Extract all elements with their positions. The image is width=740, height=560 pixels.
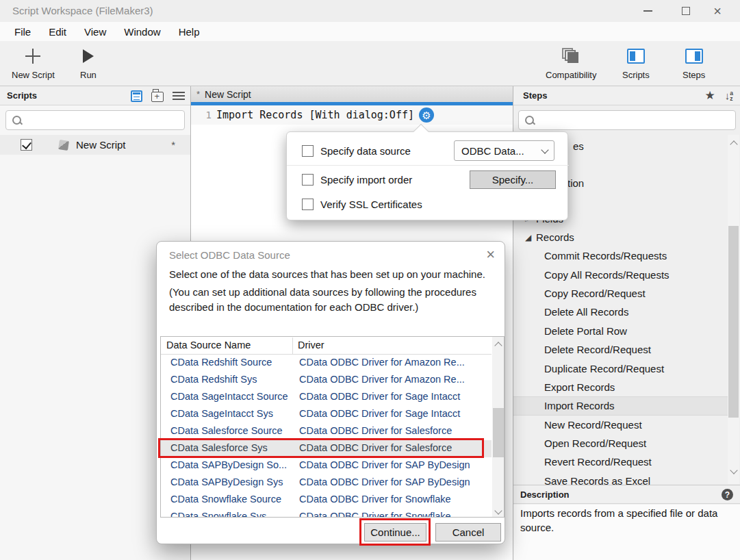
table-header: Data Source Name Driver <box>161 337 492 355</box>
step-item[interactable]: Revert Record/Request <box>513 453 728 471</box>
chevron-down-icon <box>541 146 548 153</box>
gear-icon[interactable]: ⚙ <box>419 107 434 123</box>
menu-item-window[interactable]: Window <box>115 22 169 41</box>
scroll-down-icon[interactable] <box>728 465 739 474</box>
specify-import-order-checkbox[interactable] <box>302 174 314 186</box>
driver-name: CData ODBC Driver for SAP ByDesign <box>299 476 470 487</box>
tab-modified-star: * <box>196 89 200 99</box>
data-source-row[interactable]: CData SageIntacct SourceCData ODBC Drive… <box>161 389 492 406</box>
script-step-line[interactable]: 1 Import Records [With dialog:Off] ⚙ <box>191 105 513 125</box>
step-item[interactable]: New Record/Request <box>513 416 728 434</box>
data-source-row[interactable]: CData Snowflake SysCData ODBC Driver for… <box>161 509 492 518</box>
dialog-close-icon[interactable]: × <box>486 246 495 264</box>
table-scrollbar[interactable] <box>492 337 505 517</box>
data-source-name: CData Redshift Sys <box>170 374 257 385</box>
scripts-pane-toggle[interactable]: Scripts <box>622 47 650 80</box>
step-item[interactable]: Save Records as Excel <box>513 472 728 485</box>
step-options-popup: Specify data source ODBC Data... Specify… <box>286 131 568 220</box>
column-data-source-name[interactable]: Data Source Name <box>166 340 251 351</box>
editor-tab[interactable]: * New Script <box>191 86 513 102</box>
step-item[interactable]: Commit Records/Requests <box>513 246 728 265</box>
steps-pane-toggle[interactable]: Steps <box>682 47 705 80</box>
tree-category-records[interactable]: ◢ Records <box>513 228 728 246</box>
modified-star: * <box>171 139 175 151</box>
favorites-star-icon[interactable]: ★ <box>705 88 715 103</box>
data-source-row[interactable]: CData Redshift SysCData ODBC Driver for … <box>161 372 492 389</box>
data-source-row[interactable]: CData Salesforce SysCData ODBC Driver fo… <box>161 440 492 457</box>
data-source-row[interactable]: CData Salesforce SourceCData ODBC Driver… <box>161 423 492 440</box>
help-icon[interactable]: ? <box>722 489 733 500</box>
step-item[interactable]: Copy All Records/Requests <box>513 265 728 283</box>
step-item[interactable]: Export Records <box>513 378 728 396</box>
menu-item-view[interactable]: View <box>75 22 115 41</box>
title-bar: Script Workspace (FileMaker3) × <box>0 0 740 22</box>
compatibility-button[interactable]: Compatibility <box>546 47 596 80</box>
scroll-up-icon[interactable] <box>492 339 504 348</box>
expanded-triangle-icon[interactable]: ◢ <box>525 233 536 242</box>
data-source-row[interactable]: CData Redshift SourceCData ODBC Driver f… <box>161 355 492 372</box>
close-icon: × <box>713 4 722 18</box>
scroll-up-icon[interactable] <box>728 138 739 147</box>
specify-data-source-checkbox[interactable] <box>302 145 314 157</box>
data-source-row[interactable]: CData SageIntacct SysCData ODBC Driver f… <box>161 406 492 423</box>
run-button[interactable]: Run <box>80 47 97 80</box>
scripts-pane-icon <box>627 49 645 64</box>
specify-button[interactable]: Specify... <box>470 170 556 189</box>
close-button[interactable]: × <box>702 0 733 22</box>
data-source-dropdown[interactable]: ODBC Data... <box>454 140 554 161</box>
verify-ssl-checkbox[interactable] <box>302 199 314 210</box>
scripts-panel-header: Scripts <box>0 86 190 105</box>
script-checkbox[interactable] <box>21 139 32 151</box>
column-divider[interactable] <box>292 338 293 354</box>
column-driver[interactable]: Driver <box>298 340 324 351</box>
menu-lines-icon[interactable] <box>173 92 185 101</box>
dialog-intro-1: Select one of the data sources that has … <box>169 268 485 280</box>
step-item[interactable]: Copy Record/Request <box>513 284 728 303</box>
minimize-icon <box>643 10 652 12</box>
new-script-button[interactable]: New Script <box>12 47 55 80</box>
toolbar: New Script Run Compatibility Scripts Ste… <box>0 41 740 86</box>
step-item[interactable]: Delete Record/Request <box>513 340 728 359</box>
data-source-name: CData Snowflake Source <box>170 494 281 505</box>
menu-item-help[interactable]: Help <box>170 22 209 41</box>
script-workspace-window: Script Workspace (FileMaker3) × FileEdit… <box>0 0 740 560</box>
maximize-button[interactable] <box>670 0 702 22</box>
new-folder-icon[interactable] <box>151 92 164 102</box>
run-icon <box>83 49 94 63</box>
data-source-name: CData SAPByDesign Sys <box>170 476 283 487</box>
data-source-row[interactable]: CData SAPByDesign SysCData ODBC Driver f… <box>161 474 492 492</box>
menu-item-edit[interactable]: Edit <box>40 22 75 41</box>
data-source-name: CData SageIntacct Source <box>170 391 288 402</box>
continue-button[interactable]: Continue... <box>364 523 426 542</box>
search-icon <box>524 115 535 126</box>
sort-az-icon[interactable]: ↓az <box>725 90 733 101</box>
steps-search-input[interactable] <box>518 110 736 130</box>
obscured-category-fragment[interactable]: tion <box>567 177 584 189</box>
script-list-item[interactable]: New Script * <box>0 135 190 155</box>
cancel-button[interactable]: Cancel <box>435 523 501 542</box>
dropdown-value: ODBC Data... <box>461 145 524 157</box>
dialog-title: Select ODBC Data Source <box>169 249 290 261</box>
script-name: New Script <box>76 139 126 151</box>
data-source-name: CData SageIntacct Sys <box>170 408 273 419</box>
driver-name: CData ODBC Driver for Snowflake <box>299 494 451 505</box>
obscured-category-fragment[interactable]: es <box>573 140 584 152</box>
compatibility-icon <box>562 48 580 64</box>
step-item[interactable]: Import Records <box>513 396 728 415</box>
steps-scrollbar[interactable] <box>728 135 739 484</box>
data-source-row[interactable]: CData SAPByDesign So...CData ODBC Driver… <box>161 457 492 474</box>
tab-label: New Script <box>205 89 251 100</box>
scroll-down-icon[interactable] <box>492 505 504 515</box>
scroll-thumb[interactable] <box>728 226 739 418</box>
menu-item-file[interactable]: File <box>5 22 40 41</box>
step-item[interactable]: Duplicate Record/Request <box>513 359 728 377</box>
data-source-name: CData SAPByDesign So... <box>170 459 287 470</box>
scripts-search-input[interactable] <box>5 110 185 130</box>
script-list-view-icon[interactable] <box>131 90 142 102</box>
minimize-button[interactable] <box>632 0 663 22</box>
scroll-thumb[interactable] <box>493 408 504 457</box>
step-item[interactable]: Delete Portal Row <box>513 322 728 340</box>
step-item[interactable]: Open Record/Request <box>513 434 728 453</box>
data-source-row[interactable]: CData Snowflake SourceCData ODBC Driver … <box>161 492 492 509</box>
step-item[interactable]: Delete All Records <box>513 303 728 321</box>
